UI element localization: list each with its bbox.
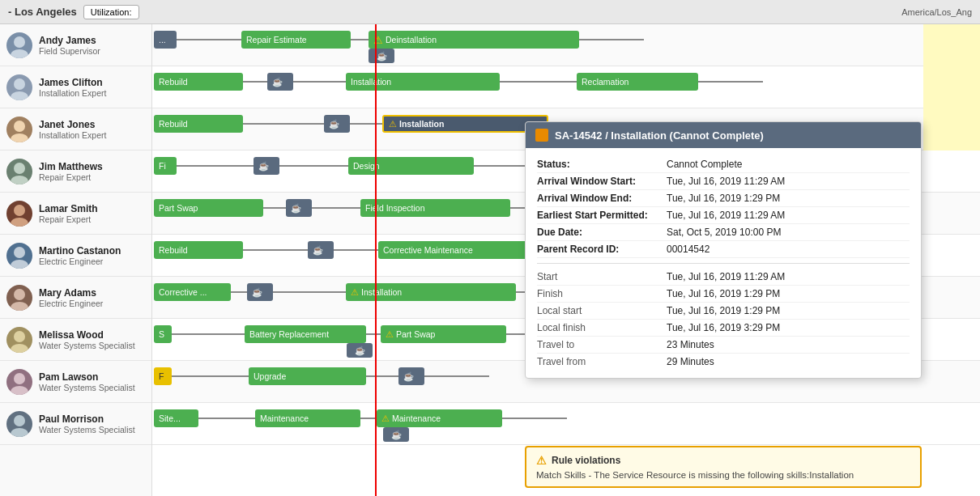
task-installation-clifton[interactable]: Installation	[346, 73, 500, 91]
popup-header-icon	[535, 129, 548, 142]
task-maintenance2-morrison[interactable]: ⚠Maintenance	[377, 409, 502, 427]
resource-role: Electric Engineer	[39, 299, 145, 308]
gantt-row-james-clifton: Rebuild ☕ Installation Reclamation	[152, 66, 980, 108]
task-battery-wood[interactable]: Battery Replacement	[245, 325, 366, 343]
header-bar: - Los Angeles Utilization: America/Los_A…	[0, 0, 980, 24]
svg-point-16	[14, 373, 25, 384]
resource-name: Lamar Smith	[39, 203, 145, 214]
connector	[172, 333, 245, 335]
svg-point-7	[11, 176, 28, 184]
resource-row-mary-adams[interactable]: Mary Adams Electric Engineer	[0, 277, 151, 319]
popup-row-local-start: Local start Tue, Jul 16, 2019 1:29 PM	[537, 303, 910, 320]
resource-row-jim-matthews[interactable]: Jim Matthews Repair Expert	[0, 150, 151, 193]
connector	[360, 418, 377, 419]
task-break-lawson[interactable]: ☕	[398, 367, 424, 385]
task-break-clifton[interactable]: ☕	[267, 73, 293, 91]
utilization-button[interactable]: Utilization:	[83, 5, 139, 19]
task-break-wood[interactable]: ☕	[347, 343, 373, 358]
svg-point-17	[11, 386, 28, 395]
connector	[424, 375, 489, 377]
avatar-lamar-smith	[6, 201, 32, 227]
resource-row-paul-morrison[interactable]: Paul Morrison Water Systems Specialist	[0, 403, 151, 445]
content-area: Andy James Field Supervisor James Clifto…	[0, 24, 980, 496]
avatar-melissa-wood	[6, 327, 32, 353]
resource-role: Water Systems Specialist	[39, 425, 145, 435]
avatar-paul-morrison	[6, 411, 32, 437]
svg-point-18	[14, 415, 25, 426]
svg-point-8	[14, 205, 25, 216]
popup-value-status: Cannot Complete	[667, 159, 742, 170]
resource-row-melissa-wood[interactable]: Melissa Wood Water Systems Specialist	[0, 319, 151, 361]
resource-info-janet-jones: Janet Jones Installation Expert	[39, 119, 145, 140]
svg-point-9	[11, 218, 28, 227]
left-panel: Andy James Field Supervisor James Clifto…	[0, 24, 152, 496]
task-partswap-wood[interactable]: ⚠Part Swap	[381, 325, 506, 343]
resource-row-janet-jones[interactable]: Janet Jones Installation Expert	[0, 108, 151, 150]
popup-label-travel-from: Travel from	[537, 356, 667, 367]
connector	[312, 207, 360, 209]
popup-value-arrival-start: Tue, Jul 16, 2019 11:29 AM	[667, 176, 785, 187]
popup-label-due-date: Due Date:	[537, 227, 667, 238]
avatar-pam-lawson	[6, 369, 32, 395]
task-rebuild-clifton[interactable]: Rebuild	[154, 73, 243, 91]
task-rebuild-jones[interactable]: Rebuild	[154, 115, 243, 133]
task-break-smith[interactable]: ☕	[286, 199, 312, 217]
task-break-morrison[interactable]: ☕	[383, 427, 409, 442]
connector	[243, 249, 308, 251]
task-f-lawson[interactable]: F	[154, 367, 172, 385]
resource-role: Water Systems Specialist	[39, 341, 145, 350]
resource-row-james-clifton[interactable]: James Clifton Installation Expert	[0, 66, 151, 108]
popup-row-parent-id: Parent Record ID: 00014542	[537, 241, 910, 258]
popup-value-finish: Tue, Jul 16, 2019 1:29 PM	[667, 288, 780, 299]
task-break-castanon[interactable]: ☕	[308, 241, 334, 259]
resource-row-andy-james[interactable]: Andy James Field Supervisor	[0, 24, 151, 66]
resource-info-pam-lawson: Pam Lawson Water Systems Specialist	[39, 371, 145, 392]
task-corrective-castanon[interactable]: Corrective Maintenance	[378, 241, 540, 259]
task-upgrade-lawson[interactable]: Upgrade	[249, 367, 366, 385]
task-reclamation-clifton[interactable]: Reclamation	[577, 73, 698, 91]
svg-point-14	[14, 331, 25, 342]
connector	[263, 207, 286, 209]
task-s-wood[interactable]: S	[154, 325, 172, 343]
resource-info-jim-matthews: Jim Matthews Repair Expert	[39, 161, 145, 182]
resource-name: Andy James	[39, 35, 145, 46]
popup-row-travel-to: Travel to 23 Minutes	[537, 337, 910, 354]
task-break-andy[interactable]: ☕	[369, 49, 394, 63]
resource-role: Repair Expert	[39, 172, 145, 182]
task-fi-matthews[interactable]: Fi	[154, 157, 177, 175]
gantt-area: ... Repair Estimate ⚠Deinstallation ☕	[152, 24, 980, 496]
task-design-matthews[interactable]: Design	[348, 157, 474, 175]
connector	[502, 418, 567, 419]
rule-violations-box: ⚠ Rule violations Match Skills - The Ser…	[525, 446, 922, 488]
popup-label-start: Start	[537, 271, 667, 282]
task-rebuild-castanon[interactable]: Rebuild	[154, 241, 243, 259]
task-maintenance1-morrison[interactable]: Maintenance	[255, 409, 360, 427]
resource-info-paul-morrison: Paul Morrison Water Systems Specialist	[39, 413, 145, 435]
task-site-morrison[interactable]: Site...	[154, 409, 198, 427]
connector	[351, 39, 369, 40]
main-container: - Los Angeles Utilization: America/Los_A…	[0, 0, 980, 496]
popup-row-start: Start Tue, Jul 16, 2019 11:29 AM	[537, 269, 910, 286]
resource-role: Water Systems Specialist	[39, 383, 145, 392]
task-fieldinspection-smith[interactable]: Field Inspection	[360, 199, 510, 217]
task-break-adams[interactable]: ☕	[247, 283, 273, 301]
task-corrective-adams[interactable]: Corrective ...	[154, 283, 231, 301]
resource-role: Electric Engineer	[39, 256, 145, 266]
task-installation-adams[interactable]: ⚠Installation	[346, 283, 516, 301]
task-ellipsis[interactable]: ...	[154, 31, 177, 49]
svg-point-1	[11, 49, 28, 58]
resource-row-martino-castanon[interactable]: Martino Castanon Electric Engineer	[0, 235, 151, 277]
task-deinstallation[interactable]: ⚠Deinstallation	[369, 31, 579, 49]
task-installation-jones[interactable]: ⚠Installation	[382, 115, 548, 133]
connector	[579, 39, 644, 40]
task-partswap-smith[interactable]: Part Swap	[154, 199, 263, 217]
resource-row-lamar-smith[interactable]: Lamar Smith Repair Expert	[0, 193, 151, 235]
task-repair-estimate[interactable]: Repair Estimate	[241, 31, 351, 49]
svg-point-12	[14, 289, 25, 300]
task-break-matthews[interactable]: ☕	[254, 157, 279, 175]
yellow-area	[923, 24, 980, 66]
task-break-jones[interactable]: ☕	[324, 115, 350, 133]
resource-row-pam-lawson[interactable]: Pam Lawson Water Systems Specialist	[0, 361, 151, 403]
connector	[172, 375, 249, 377]
popup-label-arrival-start: Arrival Window Start:	[537, 176, 667, 187]
